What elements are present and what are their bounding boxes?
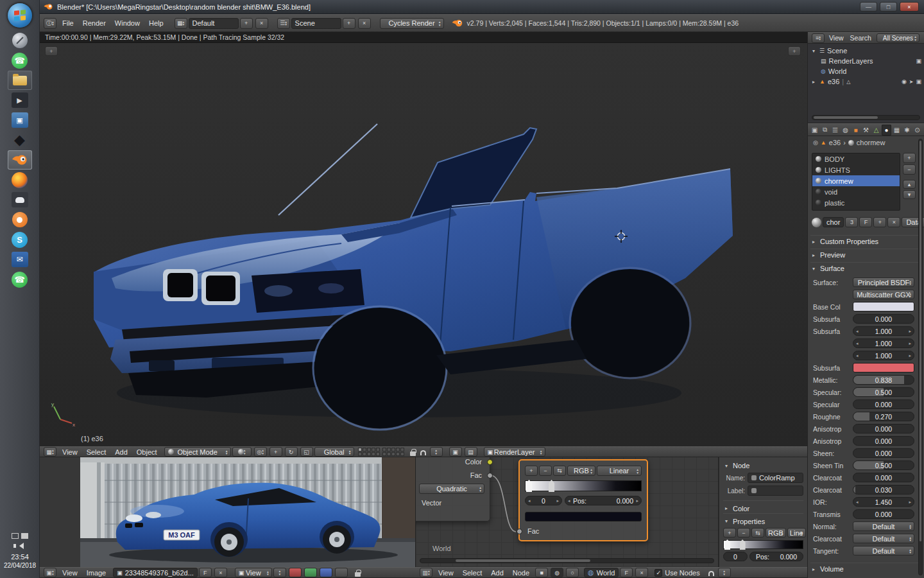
color-output-socket[interactable] (487, 459, 493, 465)
ramp-flip-button[interactable]: ⇆ (553, 466, 566, 476)
taskbar-item-firefox[interactable] (6, 170, 33, 189)
ramp-interpolation-dropdown[interactable]: Linear▴▾ (597, 466, 642, 476)
manipulator-scale-button[interactable]: ◱ (300, 447, 313, 457)
remove-material-slot-button[interactable]: − (903, 164, 916, 175)
tab-world[interactable]: ◍ (841, 125, 850, 136)
taskbar-item-skype[interactable]: S (6, 230, 33, 249)
ramp-add-stop-button[interactable]: + (723, 528, 736, 538)
browse-scene-button[interactable]: ☰▴▾ (277, 18, 290, 29)
render-toggle-icon[interactable]: ▣ (916, 58, 921, 64)
ramp-stop-handle[interactable] (724, 539, 730, 550)
subsurface-radius-field[interactable]: ◂1.000▸ (853, 351, 914, 360)
manipulator-rotate-button[interactable]: ↻ (285, 447, 298, 457)
ramp-position-slider[interactable]: Pos: 0.000 (749, 552, 803, 561)
material-preview-icon[interactable] (812, 218, 821, 227)
fac-input-socket[interactable] (517, 529, 522, 534)
render-engine-dropdown[interactable]: Cycles Render▴▾ (380, 18, 444, 29)
node-editor-canvas[interactable]: Color Fac Quadratic ▴▾ Vector + − ⇆ RGB▴… (416, 457, 719, 567)
anisotropic-rotation-slider[interactable]: 0.000 (853, 436, 914, 446)
menu-item[interactable]: Add (486, 569, 508, 577)
ramp-delete-stop-button[interactable]: − (539, 466, 552, 476)
scene-name-field[interactable]: Scene (291, 18, 341, 29)
tab-object[interactable]: ■ (851, 125, 860, 136)
material-unlink-button[interactable]: × (887, 217, 900, 227)
world-unlink-button[interactable]: × (635, 568, 648, 577)
add-scene-button[interactable]: + (343, 18, 355, 29)
channel-red-button[interactable] (289, 568, 302, 577)
shader-type-object-button[interactable]: ■ (535, 568, 548, 577)
gradient-type-dropdown[interactable]: Quadratic ▴▾ (419, 484, 484, 494)
distribution-dropdown[interactable]: Multiscatter GGX▴▾ (853, 290, 914, 299)
ramp-position-slider[interactable]: ◂ Pos: 0.000 ▸ (565, 496, 642, 505)
taskbar-item-explorer[interactable] (6, 71, 33, 90)
custom-properties-panel[interactable]: ▸Custom Properties (810, 235, 920, 245)
taskbar-item-tools[interactable] (6, 31, 33, 50)
close-button[interactable]: × (900, 2, 919, 12)
camera-icon[interactable]: ▣ (916, 78, 921, 85)
properties-vscrollbar[interactable] (918, 139, 923, 575)
material-slot[interactable]: plastic (812, 197, 900, 208)
image-fake-user-button[interactable]: F (199, 568, 212, 577)
manipulator-translate-button[interactable]: + (270, 447, 282, 457)
sheen-tint-slider[interactable]: 0.500 (853, 460, 914, 470)
pin-icon[interactable]: ◎ (813, 139, 818, 146)
tangent-input-dropdown[interactable]: Default▴▾ (853, 546, 914, 556)
normal-input-dropdown[interactable]: Default▴▾ (853, 521, 914, 531)
material-name-field[interactable]: chor (823, 217, 844, 227)
breadcrumb-object[interactable]: e36 (829, 139, 841, 146)
menu-item[interactable]: Node (508, 569, 534, 577)
tab-texture[interactable]: ▦ (892, 125, 902, 136)
material-slot[interactable]: LIGHTS (812, 164, 900, 175)
ramp-stop-handle[interactable] (740, 539, 746, 550)
subsurface-radius-field[interactable]: ◂1.000▸ (853, 338, 914, 348)
snap-element-dropdown[interactable]: ▴▾ (430, 447, 443, 457)
menu-item[interactable]: Select (458, 569, 487, 577)
clearcoat-slider[interactable]: 0.000 (853, 473, 914, 482)
render-layer-dropdown[interactable]: ▣ RenderLayer▴▾ (484, 447, 545, 457)
viewport-3d[interactable]: + + y x (1) e36 (40, 43, 807, 446)
pivot-dropdown[interactable]: ▴▾ (273, 568, 286, 577)
surface-shader-dropdown[interactable]: Principled BSDF▴▾ (853, 277, 914, 287)
clearcoat-gloss-slider[interactable]: 0.030 (853, 485, 914, 495)
slot-move-up-button[interactable]: ▴ (903, 180, 916, 189)
outliner-item-renderlayers[interactable]: ▤ RenderLayers ▣ (810, 56, 921, 66)
delete-layout-button[interactable]: × (255, 18, 268, 29)
tab-render-layers[interactable]: ⧉ (820, 125, 830, 136)
clock-date[interactable]: 22/04/2018 (0, 562, 40, 569)
world-datablock-field[interactable]: ◍ World (584, 568, 619, 577)
display-icon[interactable] (21, 533, 28, 539)
snap-element-dropdown[interactable]: ▴▾ (718, 568, 731, 577)
clearcoat-normal-dropdown[interactable]: Default▴▾ (853, 534, 914, 543)
outliner-item-world[interactable]: ◍ World (810, 66, 921, 76)
preview-panel[interactable]: ▸Preview (810, 249, 920, 259)
color-ramp-gradient[interactable] (723, 540, 803, 549)
properties-shelf-expand-button[interactable]: + (788, 46, 801, 56)
subsurface-radius-field[interactable]: ◂1.000▸ (853, 326, 914, 336)
taskbar-item-whatsapp-2[interactable]: ☎ (6, 270, 33, 289)
node-name-field[interactable]: ColorRamp (748, 473, 803, 483)
material-slot[interactable]: void (812, 186, 900, 197)
snap-magnet-icon[interactable] (706, 570, 717, 576)
use-nodes-toggle[interactable]: ✓ Use Nodes (654, 569, 699, 577)
node-label-field[interactable] (748, 486, 803, 496)
ramp-color-mode-dropdown[interactable]: RGB▴▾ (766, 528, 786, 538)
outliner-hscrollbar[interactable] (812, 115, 920, 120)
menu-item[interactable]: Window (110, 19, 144, 27)
image-datablock-field[interactable]: ▣ 23348549376_b62d... (113, 568, 198, 577)
slot-move-down-button[interactable]: ▾ (903, 190, 916, 199)
uv-image-editor[interactable]: M3 OAF (40, 457, 416, 567)
menu-item[interactable]: View (826, 34, 847, 42)
layers-widget[interactable] (358, 448, 404, 456)
menu-item[interactable]: Image (82, 569, 111, 577)
tab-render[interactable]: ▣ (810, 125, 819, 136)
specular-tint-slider[interactable]: 0.000 (853, 399, 914, 409)
sheen-slider[interactable]: 0.000 (853, 448, 914, 458)
tab-object-data[interactable]: △ (871, 125, 881, 136)
color-ramp-gradient[interactable] (525, 480, 642, 491)
menu-item[interactable]: Search (847, 34, 875, 42)
taskbar-item-discord[interactable] (6, 190, 33, 209)
lock-icon[interactable] (353, 569, 363, 577)
ior-field[interactable]: ◂1.450▸ (853, 497, 914, 507)
material-users-button[interactable]: 3 (845, 217, 858, 227)
material-fake-user-button[interactable]: F (859, 217, 872, 227)
